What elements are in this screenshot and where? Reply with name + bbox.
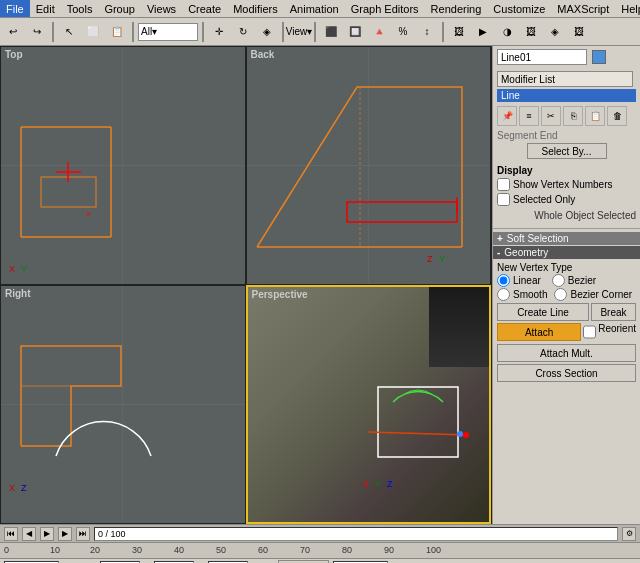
redo-button[interactable]: ↪	[26, 21, 48, 43]
show-vertex-numbers-label: Show Vertex Numbers	[513, 179, 613, 190]
stack-icon[interactable]: ≡	[519, 106, 539, 126]
svg-text:Y: Y	[375, 479, 381, 489]
viewport-right-label: Right	[5, 288, 31, 299]
object-name-field[interactable]: Line01	[497, 49, 587, 65]
selected-only-row: Selected Only	[497, 193, 636, 206]
pin-icon[interactable]: 📌	[497, 106, 517, 126]
menu-tools[interactable]: Tools	[61, 0, 99, 17]
paste-icon[interactable]: 📋	[585, 106, 605, 126]
menu-views[interactable]: Views	[141, 0, 182, 17]
menu-bar: File Edit Tools Group Views Create Modif…	[0, 0, 640, 18]
frame-counter[interactable]: 0 / 100	[94, 527, 618, 541]
menu-maxscript[interactable]: MAXScript	[551, 0, 615, 17]
select-by-button[interactable]: Select By...	[527, 143, 607, 159]
reorient-checkbox[interactable]	[583, 323, 596, 341]
selected-only-checkbox[interactable]	[497, 193, 510, 206]
reorient-label: Reorient	[598, 323, 636, 341]
angle-snap-toggle[interactable]: 🔺	[368, 21, 390, 43]
modifier-line-item[interactable]: Line	[497, 89, 636, 102]
toolbar-separator-6	[442, 22, 444, 42]
play-button[interactable]: ▶	[40, 527, 54, 541]
smooth-radio[interactable]	[497, 288, 510, 301]
selection-filter-dropdown[interactable]: All▾	[138, 23, 198, 41]
object-color-box[interactable]	[592, 50, 606, 64]
go-start-button[interactable]: ⏮	[4, 527, 18, 541]
remove-icon[interactable]: 🗑	[607, 106, 627, 126]
panel-icons-row: 📌 ≡ ✂ ⎘ 📋 🗑	[493, 104, 640, 128]
menu-create[interactable]: Create	[182, 0, 227, 17]
viewport-perspective-svg: X Y Z	[248, 287, 490, 522]
active-shade-button[interactable]: ◑	[496, 21, 518, 43]
select-region-button[interactable]: ⬜	[82, 21, 104, 43]
percent-snap-toggle[interactable]: %	[392, 21, 414, 43]
time-config-button[interactable]: ⚙	[622, 527, 636, 541]
geometry-sign: -	[497, 247, 500, 258]
menu-rendering[interactable]: Rendering	[425, 0, 488, 17]
viewport-right[interactable]: Right X Z	[0, 285, 246, 524]
tick-20: 20	[90, 545, 100, 555]
spinner-snap-toggle[interactable]: ↕	[416, 21, 438, 43]
go-end-button[interactable]: ⏭	[76, 527, 90, 541]
soft-selection-rollout[interactable]: + Soft Selection	[493, 232, 640, 245]
menu-file[interactable]: File	[0, 0, 30, 17]
break-button[interactable]: Break	[591, 303, 636, 321]
geometry-rollout[interactable]: - Geometry	[493, 246, 640, 259]
status-bar: 1 Shape 🔒 X Y Z 🔑 Auto Key Selected 30	[0, 559, 640, 563]
bezier-radio[interactable]	[552, 274, 565, 287]
attach-row: Attach Reorient	[497, 323, 636, 341]
next-frame-button[interactable]: ▶	[58, 527, 72, 541]
svg-text:×: ×	[86, 209, 91, 219]
svg-text:X: X	[363, 479, 369, 489]
render-scene-button[interactable]: 🖼	[448, 21, 470, 43]
geometry-content: New Vertex Type Linear Bezier Smooth Bez…	[493, 260, 640, 385]
menu-modifiers[interactable]: Modifiers	[227, 0, 284, 17]
reference-coord-dropdown[interactable]: View▾	[288, 21, 310, 43]
menu-group[interactable]: Group	[98, 0, 141, 17]
viewport-perspective[interactable]: Perspective X Y Z	[246, 285, 492, 524]
smooth-label: Smooth	[513, 289, 547, 300]
snap-toggle[interactable]: 🔲	[344, 21, 366, 43]
layer-manager-button[interactable]: ⬛	[320, 21, 342, 43]
show-vertex-row: Show Vertex Numbers	[497, 178, 636, 191]
linear-radio[interactable]	[497, 274, 510, 287]
toolbar-separator-3	[202, 22, 204, 42]
object-name-section: Line01	[493, 46, 640, 68]
quick-render-button[interactable]: ▶	[472, 21, 494, 43]
main-area: Top × X Y	[0, 46, 640, 524]
selected-only-label: Selected Only	[513, 194, 575, 205]
viewport-back[interactable]: Back Z Y	[246, 46, 492, 285]
rotate-button[interactable]: ↻	[232, 21, 254, 43]
menu-help[interactable]: Help	[615, 0, 640, 17]
tick-40: 40	[174, 545, 184, 555]
segment-end-label: Segment End	[497, 130, 636, 141]
modifier-list-dropdown[interactable]: Modifier List	[497, 71, 633, 87]
select-button[interactable]: ↖	[58, 21, 80, 43]
viewport-top[interactable]: Top × X Y	[0, 46, 246, 285]
cut-icon[interactable]: ✂	[541, 106, 561, 126]
prev-frame-button[interactable]: ◀	[22, 527, 36, 541]
new-vertex-type-label: New Vertex Type	[497, 262, 636, 273]
render-frame-window-button[interactable]: 🖼	[568, 21, 590, 43]
viewport-top-svg: × X Y	[1, 47, 245, 284]
menu-graph-editors[interactable]: Graph Editors	[345, 0, 425, 17]
cross-section-button[interactable]: Cross Section	[497, 364, 636, 382]
smooth-row: Smooth Bezier Corner	[497, 288, 636, 301]
bezier-corner-radio[interactable]	[554, 288, 567, 301]
undo-button[interactable]: ↩	[2, 21, 24, 43]
scale-button[interactable]: ◈	[256, 21, 278, 43]
material-editor-button[interactable]: ◈	[544, 21, 566, 43]
select-by-name-button[interactable]: 📋	[106, 21, 128, 43]
move-button[interactable]: ✛	[208, 21, 230, 43]
copy-icon[interactable]: ⎘	[563, 106, 583, 126]
menu-animation[interactable]: Animation	[284, 0, 345, 17]
attach-mult-button[interactable]: Attach Mult.	[497, 344, 636, 362]
toolbar-separator-5	[314, 22, 316, 42]
viewport-area: Top × X Y	[0, 46, 492, 524]
menu-edit[interactable]: Edit	[30, 0, 61, 17]
create-line-button[interactable]: Create Line	[497, 303, 589, 321]
attach-button[interactable]: Attach	[497, 323, 581, 341]
render-to-texture-button[interactable]: 🖼	[520, 21, 542, 43]
show-vertex-numbers-checkbox[interactable]	[497, 178, 510, 191]
tick-70: 70	[300, 545, 310, 555]
menu-customize[interactable]: Customize	[487, 0, 551, 17]
